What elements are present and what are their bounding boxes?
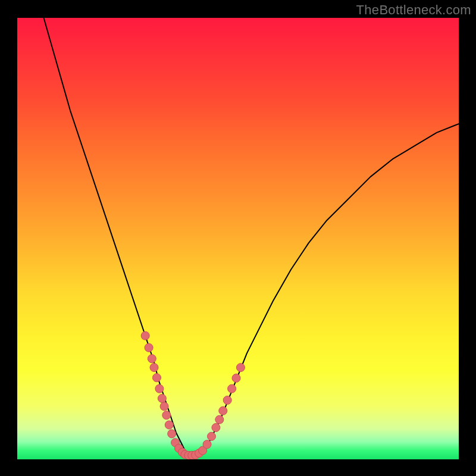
dot bbox=[207, 432, 215, 440]
dot bbox=[158, 394, 166, 403]
chart-frame: TheBottleneck.com bbox=[0, 0, 476, 476]
dot bbox=[168, 430, 176, 438]
dot bbox=[223, 396, 231, 405]
plot-area bbox=[17, 18, 459, 459]
dot bbox=[152, 374, 161, 382]
dot bbox=[232, 374, 240, 382]
dot bbox=[141, 331, 149, 340]
dot bbox=[212, 424, 220, 432]
dot bbox=[162, 411, 171, 419]
dot bbox=[165, 421, 173, 429]
dot bbox=[219, 406, 227, 415]
dot bbox=[236, 364, 245, 372]
dot bbox=[148, 355, 156, 363]
dot bbox=[228, 384, 236, 393]
bottleneck-curve bbox=[44, 18, 459, 455]
highlight-dots bbox=[141, 331, 245, 459]
dot bbox=[150, 364, 158, 372]
dot bbox=[155, 384, 164, 393]
watermark-text: TheBottleneck.com bbox=[356, 2, 471, 18]
plot-svg bbox=[17, 18, 459, 459]
dot bbox=[145, 343, 153, 352]
dot bbox=[215, 415, 224, 424]
dot bbox=[160, 402, 168, 411]
dot bbox=[203, 440, 211, 449]
